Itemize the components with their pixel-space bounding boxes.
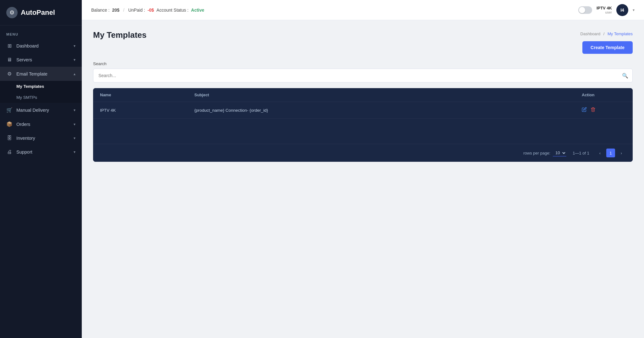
- rows-per-page-label: rows per page:: [523, 151, 550, 155]
- delete-icon[interactable]: [591, 107, 596, 113]
- pagination-buttons: ‹ 1 ›: [596, 149, 626, 157]
- inventory-icon: 🗄: [6, 135, 13, 141]
- breadcrumb-separator: /: [603, 31, 605, 36]
- breadcrumb-home[interactable]: Dashboard: [580, 31, 601, 36]
- breadcrumb: Dashboard / My Templates: [580, 31, 633, 36]
- col-header-action: Action: [582, 93, 626, 97]
- user-role: user: [597, 10, 612, 14]
- sidebar-label-dashboard: Dashboard: [16, 43, 39, 48]
- sidebar-item-support[interactable]: 🖨 Support ▾: [0, 145, 82, 159]
- col-header-subject: Subject: [194, 93, 582, 97]
- topbar-divider: /: [123, 8, 125, 13]
- table-row: IPTV 4K {product_name} Connection- {orde…: [93, 102, 633, 119]
- sidebar-label-support: Support: [16, 149, 32, 155]
- sidebar-label-email-template: Email Template: [16, 71, 47, 76]
- sidebar-subitem-my-templates[interactable]: My Templates: [0, 81, 82, 92]
- main-content: Balance : 20$ / UnPaid : -0$ Account Sta…: [82, 0, 644, 338]
- balance-value: 20$: [112, 8, 119, 13]
- sidebar-label-servers: Servers: [16, 57, 32, 62]
- page-content: My Templates Dashboard / My Templates Cr…: [82, 20, 644, 338]
- topbar: Balance : 20$ / UnPaid : -0$ Account Sta…: [82, 0, 644, 20]
- sidebar-item-dashboard[interactable]: ⊞ Dashboard ▾: [0, 39, 82, 53]
- sidebar-item-orders[interactable]: 📦 Orders ▾: [0, 117, 82, 131]
- cell-name: IPTV 4K: [100, 108, 194, 113]
- search-input[interactable]: [93, 69, 633, 82]
- search-section: Search 🔍: [93, 61, 633, 82]
- email-template-submenu: My Templates My SMTPs: [0, 81, 82, 103]
- rows-per-page: rows per page: 10 25 50: [523, 149, 566, 156]
- page-1-button[interactable]: 1: [606, 149, 615, 157]
- topbar-left: Balance : 20$ / UnPaid : -0$ Account Sta…: [91, 8, 204, 13]
- pagination-info: 1—1 of 1: [573, 151, 589, 155]
- table-footer: rows per page: 10 25 50 1—1 of 1 ‹ 1 ›: [93, 144, 633, 162]
- search-label: Search: [93, 61, 633, 66]
- toggle-knob: [579, 7, 585, 13]
- status-label: Account Status :: [157, 8, 189, 13]
- col-header-name: Name: [100, 93, 194, 97]
- chevron-down-icon: ▾: [74, 58, 75, 62]
- sidebar-item-servers[interactable]: 🖥 Servers ▾: [0, 53, 82, 67]
- user-info: IPTV 4K user: [597, 6, 612, 14]
- chevron-down-icon: ▾: [74, 122, 75, 127]
- chevron-down-icon: ▾: [74, 44, 75, 48]
- user-menu-chevron[interactable]: ▾: [633, 8, 635, 12]
- cell-actions: [582, 107, 626, 113]
- app-name: AutoPanel: [21, 8, 55, 17]
- support-icon: 🖨: [6, 149, 13, 155]
- table-header: Name Subject Action: [93, 88, 633, 102]
- chevron-up-icon: ▴: [74, 72, 75, 76]
- sidebar: ⚙ AutoPanel MENU ⊞ Dashboard ▾ 🖥 Servers…: [0, 0, 82, 338]
- cell-subject: {product_name} Connection- {order_id}: [194, 108, 582, 113]
- templates-table: Name Subject Action IPTV 4K {product_nam…: [93, 88, 633, 162]
- create-template-button[interactable]: Create Template: [582, 41, 633, 54]
- chevron-down-icon: ▾: [74, 150, 75, 154]
- dashboard-icon: ⊞: [6, 43, 13, 49]
- logo-icon: ⚙: [6, 7, 18, 18]
- edit-icon[interactable]: [582, 107, 587, 113]
- search-button[interactable]: 🔍: [622, 73, 628, 79]
- sidebar-label-orders: Orders: [16, 122, 30, 127]
- servers-icon: 🖥: [6, 57, 13, 63]
- breadcrumb-current: My Templates: [608, 31, 633, 36]
- status-value: Active: [191, 8, 204, 13]
- balance-label: Balance :: [91, 8, 109, 13]
- sidebar-logo: ⚙ AutoPanel: [0, 0, 82, 25]
- topbar-right: IPTV 4K user I4 ▾: [578, 4, 635, 16]
- search-wrap: 🔍: [93, 69, 633, 82]
- page-header: My Templates Dashboard / My Templates Cr…: [93, 30, 633, 54]
- menu-label: MENU: [0, 25, 82, 39]
- sidebar-label-manual-delivery: Manual Delivery: [16, 108, 49, 113]
- prev-page-button[interactable]: ‹: [596, 149, 604, 157]
- user-name: IPTV 4K: [597, 6, 612, 10]
- page-title: My Templates: [93, 30, 147, 40]
- chevron-down-icon: ▾: [74, 108, 75, 112]
- next-page-button[interactable]: ›: [617, 149, 626, 157]
- sidebar-item-inventory[interactable]: 🗄 Inventory ▾: [0, 131, 82, 145]
- theme-toggle[interactable]: [578, 6, 592, 14]
- sidebar-item-manual-delivery[interactable]: 🛒 Manual Delivery ▾: [0, 103, 82, 117]
- avatar[interactable]: I4: [616, 4, 628, 16]
- orders-icon: 📦: [6, 121, 13, 127]
- email-template-icon: ⚙: [6, 71, 13, 77]
- unpaid-value: -0$: [147, 8, 154, 13]
- rows-per-page-select[interactable]: 10 25 50: [553, 149, 566, 156]
- chevron-down-icon: ▾: [74, 136, 75, 140]
- manual-delivery-icon: 🛒: [6, 107, 13, 113]
- sidebar-label-inventory: Inventory: [16, 136, 35, 141]
- unpaid-label: UnPaid :: [128, 8, 145, 13]
- sidebar-item-email-template[interactable]: ⚙ Email Template ▴: [0, 67, 82, 81]
- sidebar-subitem-my-smtps[interactable]: My SMTPs: [0, 92, 82, 103]
